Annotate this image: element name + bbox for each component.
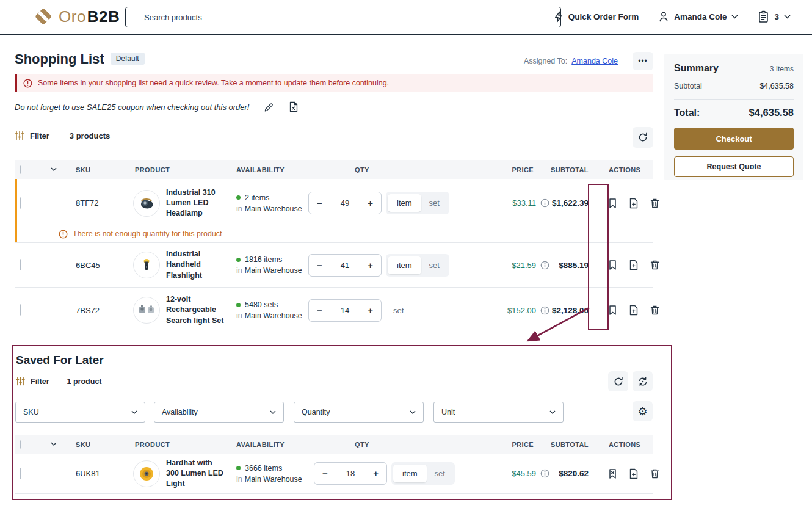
- unit-item-option[interactable]: item: [388, 194, 421, 212]
- price-info-icon[interactable]: [540, 261, 549, 270]
- add-note-file-plus-icon[interactable]: [629, 305, 639, 316]
- assigned-to-label: Assigned To:: [524, 57, 567, 65]
- add-note-file-plus-icon[interactable]: [629, 198, 639, 209]
- search-input[interactable]: [125, 7, 561, 27]
- quantity-stepper: − 41 +: [308, 254, 382, 277]
- unit-set-option[interactable]: set: [421, 256, 448, 274]
- row-checkbox[interactable]: [20, 468, 21, 479]
- delete-trash-icon[interactable]: [650, 468, 660, 479]
- row-checkbox[interactable]: [20, 197, 21, 209]
- top-bar: OroB2B Quick Order Form Amanda Cole: [0, 0, 812, 35]
- price-info-icon[interactable]: [540, 469, 549, 478]
- row-price: $21.59: [512, 261, 536, 270]
- more-actions-button[interactable]: •••: [633, 52, 653, 70]
- product-name[interactable]: Industrial 310 Lumen LED Headlamp: [166, 187, 225, 219]
- delete-trash-icon[interactable]: [650, 198, 660, 209]
- account-menu[interactable]: Amanda Cole: [658, 11, 738, 23]
- unit-toggle: item set: [391, 462, 455, 485]
- products-count: 3 products: [70, 131, 110, 140]
- table-row: 8TF72 Industrial 310 Lumen LED Headlamp …: [15, 179, 653, 243]
- select-all-checkbox[interactable]: [20, 165, 21, 174]
- product-name[interactable]: Hardhat with 300 Lumen LED Light: [166, 458, 225, 490]
- sync-button[interactable]: [633, 371, 653, 391]
- save-for-later-bookmark-icon[interactable]: [607, 198, 618, 209]
- row-price: $33.11: [512, 198, 536, 208]
- checkout-button[interactable]: Checkout: [674, 128, 794, 150]
- coupon-note-text: Do not forget to use SALE25 coupon when …: [15, 103, 249, 112]
- brand-logo-b2b: B2B: [87, 7, 120, 26]
- top-nav: Quick Order Form Amanda Cole 3: [553, 0, 791, 34]
- qty-value[interactable]: 18: [346, 469, 355, 478]
- delete-trash-icon[interactable]: [650, 305, 660, 316]
- filter-dropdown-quantity[interactable]: Quantity: [294, 402, 424, 423]
- qty-plus-button[interactable]: +: [368, 198, 373, 208]
- col-product: PRODUCT: [119, 441, 225, 448]
- filter-dropdown-sku[interactable]: SKU: [15, 402, 145, 423]
- mass-action-chevron-icon[interactable]: [42, 167, 61, 172]
- price-info-icon[interactable]: [540, 306, 549, 315]
- col-availability: AVAILABILITY: [225, 441, 308, 448]
- refresh-button[interactable]: [633, 127, 653, 148]
- chevron-down-icon: [410, 410, 416, 415]
- filter-dropdown-unit[interactable]: Unit: [433, 402, 564, 423]
- refresh-button[interactable]: [608, 371, 628, 391]
- remove-note-file-x-icon[interactable]: [289, 101, 299, 112]
- lightning-icon: [553, 11, 564, 23]
- chevron-down-icon: [784, 15, 791, 19]
- brand-logo[interactable]: OroB2B: [34, 7, 120, 26]
- edit-pencil-icon[interactable]: [264, 102, 274, 112]
- product-image-hardhat: [133, 460, 160, 487]
- add-note-file-plus-icon[interactable]: [629, 468, 639, 479]
- save-for-later-bookmark-icon[interactable]: [607, 305, 618, 316]
- quick-order-form-link[interactable]: Quick Order Form: [553, 11, 639, 23]
- qty-plus-button[interactable]: +: [368, 261, 373, 270]
- quantity-stepper: − 49 +: [308, 192, 382, 214]
- cart-menu[interactable]: 3: [758, 10, 791, 23]
- list-toolbar: Filter 3 products: [15, 131, 110, 140]
- row-checkbox[interactable]: [20, 259, 21, 270]
- remove-saved-bookmark-x-icon[interactable]: [607, 468, 618, 479]
- table-header: SKU PRODUCT AVAILABILITY QTY PRICE SUBTO…: [15, 160, 653, 179]
- save-for-later-bookmark-icon[interactable]: [607, 260, 618, 270]
- in-stock-dot: [236, 303, 241, 307]
- col-subtotal: SUBTOTAL: [549, 441, 589, 448]
- row-checkbox[interactable]: [20, 304, 21, 316]
- filter-button[interactable]: Filter: [30, 131, 49, 140]
- assigned-to-link[interactable]: Amanda Cole: [571, 57, 618, 65]
- qty-value[interactable]: 41: [341, 261, 349, 270]
- unit-set-option[interactable]: set: [427, 465, 453, 482]
- row-sku: 6UK81: [61, 469, 119, 478]
- filter-dropdown-availability[interactable]: Availability: [154, 402, 284, 423]
- saved-toolbar: Filter 1 product: [16, 377, 102, 386]
- row-sku: 7BS72: [61, 306, 119, 315]
- add-note-file-plus-icon[interactable]: [629, 260, 639, 270]
- qty-plus-button[interactable]: +: [368, 306, 373, 315]
- col-price: PRICE: [471, 166, 549, 173]
- gear-icon[interactable]: ⚙: [633, 401, 653, 421]
- unit-item-option[interactable]: item: [388, 256, 421, 274]
- mass-action-chevron-icon[interactable]: [42, 442, 61, 446]
- qty-value[interactable]: 49: [341, 198, 349, 208]
- filter-button[interactable]: Filter: [31, 377, 49, 386]
- qty-value[interactable]: 14: [341, 306, 349, 315]
- price-info-icon[interactable]: [540, 198, 549, 208]
- in-stock-dot: [236, 195, 241, 200]
- filter-icon: [15, 131, 24, 140]
- qty-minus-button[interactable]: −: [317, 198, 322, 208]
- select-all-checkbox[interactable]: [20, 440, 21, 449]
- product-name[interactable]: 12-volt Rechargeable Search light Set: [166, 294, 225, 326]
- unit-set-option[interactable]: set: [421, 194, 448, 212]
- unit-label: set: [386, 306, 404, 315]
- qty-minus-button[interactable]: −: [317, 261, 322, 270]
- quantity-stepper: − 14 +: [308, 299, 382, 322]
- unit-item-option[interactable]: item: [393, 465, 427, 482]
- request-quote-button[interactable]: Request Quote: [674, 156, 794, 177]
- summary-title: Summary: [674, 63, 719, 74]
- chevron-down-icon: [731, 15, 738, 19]
- product-name[interactable]: Industrial Handheld Flashlight: [166, 249, 225, 281]
- unit-toggle: item set: [386, 192, 449, 214]
- qty-minus-button[interactable]: −: [322, 469, 328, 478]
- delete-trash-icon[interactable]: [650, 260, 660, 270]
- qty-minus-button[interactable]: −: [317, 306, 322, 315]
- qty-plus-button[interactable]: +: [373, 469, 379, 478]
